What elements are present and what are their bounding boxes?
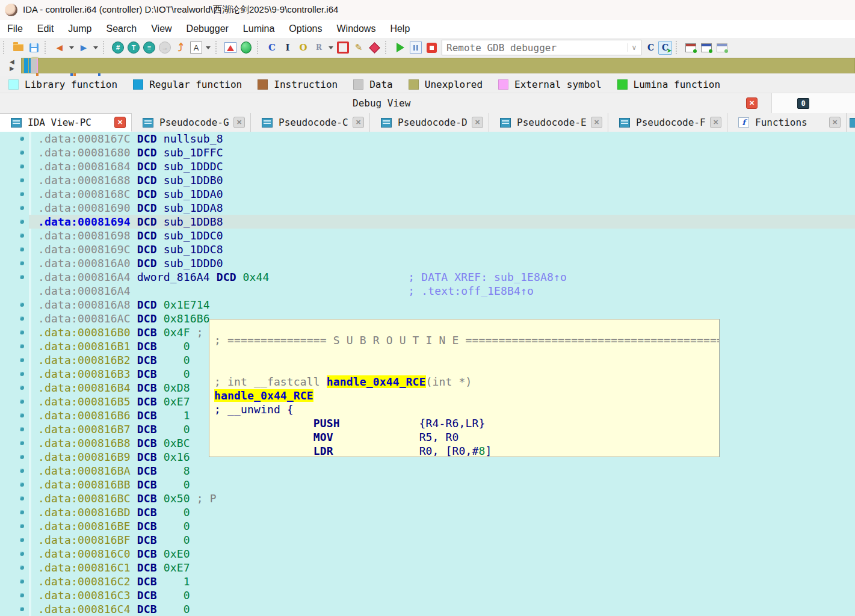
listing-line[interactable]: .data:000816C0 DCB 0xE0	[0, 547, 855, 561]
tab-debug-view[interactable]: Debug View	[353, 97, 410, 109]
listing-line[interactable]: .data:00081688 DCD sub_1DDB0	[0, 173, 855, 187]
listing-line[interactable]: .data:000816A4 dword_816A4 DCD 0x44 ; DA…	[0, 270, 855, 284]
code-text: .data:000816B0	[38, 326, 137, 339]
listing-line[interactable]: .data:000816C1 DCB 0xE7	[0, 561, 855, 574]
listing-line-current[interactable]: .data:00081694 DCD sub_1DDB8	[0, 215, 855, 229]
step-into-button[interactable]	[699, 40, 714, 55]
listing-line[interactable]: .data:00081680 DCD sub_1DFFC	[0, 146, 855, 159]
close-tab-button[interactable]: ✕	[114, 117, 126, 128]
edit-annotation-button[interactable]: ✎	[351, 40, 366, 55]
menu-lumina[interactable]: Lumina	[236, 23, 282, 34]
tab-output-window[interactable]: 0	[771, 93, 855, 113]
chevron-down-icon[interactable]: ∨	[627, 43, 641, 52]
listing-line[interactable]: .data:00081690 DCD sub_1DDA8	[0, 201, 855, 215]
close-tab-button[interactable]: ✕	[233, 117, 245, 128]
tab-pseudocode-c[interactable]: Pseudocode-C✕	[251, 113, 370, 132]
menu-file[interactable]: File	[0, 23, 30, 34]
disassembly-view-icon	[850, 118, 855, 128]
toolbar-separator	[45, 41, 49, 54]
tab-pseudocode-f[interactable]: Pseudocode-F✕	[608, 113, 727, 132]
nav-band-scroll-right[interactable]: ▶	[10, 66, 14, 72]
menu-help[interactable]: Help	[383, 23, 417, 34]
tab-label: Pseudocode-G	[159, 117, 233, 128]
legend-swatch	[617, 79, 628, 90]
produce-map-button[interactable]: O	[296, 40, 310, 55]
tab-pseudocode-e[interactable]: Pseudocode-E✕	[489, 113, 608, 132]
code-text: .data:0008167C	[38, 132, 137, 145]
nav-band-scroll-left[interactable]: ◀	[10, 59, 14, 65]
open-file-button[interactable]	[11, 40, 25, 55]
jump-by-name-button[interactable]: T	[126, 40, 141, 55]
close-tab-button[interactable]: ✕	[829, 117, 841, 128]
jump-to-address-button[interactable]: #	[111, 40, 125, 55]
listing-line[interactable]: .data:000816A4 ; .text:off_1E8B4↑o	[0, 284, 855, 298]
tab-partial[interactable]	[846, 113, 855, 132]
tab-pseudocode-g[interactable]: Pseudocode-G✕	[132, 113, 251, 132]
listing-line[interactable]: .data:000816C3 DCB 0	[0, 588, 855, 602]
legend-label: Instruction	[274, 79, 338, 90]
menu-view[interactable]: View	[144, 23, 179, 34]
back-history-dropdown[interactable]	[69, 46, 74, 49]
save-file-button[interactable]	[26, 40, 41, 55]
pause-process-button[interactable]	[409, 40, 423, 55]
jump-up-button[interactable]: ⤴	[173, 40, 188, 55]
listing-line[interactable]: .data:000816C4 DCB 0	[0, 602, 855, 616]
listing-line[interactable]: .data:000816BC DCB 0x50 ; P	[0, 491, 855, 505]
menu-windows[interactable]: Windows	[329, 23, 383, 34]
listing-line[interactable]: .data:000816BE DCB 0	[0, 519, 855, 533]
listing-line[interactable]: .data:00081698 DCD sub_1DDC0	[0, 229, 855, 242]
text-search-button[interactable]: A	[189, 40, 203, 55]
text-search-dropdown[interactable]	[206, 46, 211, 49]
navigation-band[interactable]	[21, 58, 855, 73]
menu-jump[interactable]: Jump	[61, 23, 99, 34]
navigate-back-button[interactable]: ◄	[52, 40, 67, 55]
close-tab-button[interactable]: ✕	[472, 117, 483, 128]
debugger-selector-value: Remote GDB debugger	[442, 42, 627, 54]
debugger-windows-button[interactable]	[684, 40, 698, 55]
stop-marker-button[interactable]	[367, 40, 381, 55]
listing-line[interactable]: .data:00081684 DCD sub_1DDDC	[0, 159, 855, 173]
listing-line[interactable]: .data:000816BD DCB 0	[0, 505, 855, 519]
listing-line[interactable]: .data:000816A8 DCD 0x1E714	[0, 298, 855, 312]
menu-edit[interactable]: Edit	[30, 23, 61, 34]
forward-history-dropdown[interactable]	[93, 46, 98, 49]
produce-idb-button[interactable]: I	[280, 40, 295, 55]
tooltip-line: PUSH {R4-R6,LR}	[209, 416, 719, 430]
mark-region-button[interactable]	[336, 40, 350, 55]
menu-debugger[interactable]: Debugger	[179, 23, 236, 34]
tab-pseudocode-d[interactable]: Pseudocode-D✕	[370, 113, 489, 132]
source-c-synced-button[interactable]: C➤	[658, 41, 672, 55]
listing-line[interactable]: .data:000816C2 DCB 1	[0, 574, 855, 588]
legend-item: Regular function	[133, 79, 242, 90]
listing-line[interactable]: .data:0008167C DCD nullsub_8	[0, 132, 855, 146]
menu-search[interactable]: Search	[99, 23, 144, 34]
listing-line[interactable]: .data:0008168C DCD sub_1DDA0	[0, 187, 855, 201]
tab-functions[interactable]: fFunctions✕	[727, 113, 847, 132]
source-c-icon: C	[647, 43, 654, 52]
start-process-button[interactable]	[393, 40, 407, 55]
jump-to-segment-button[interactable]: ≡	[142, 40, 156, 55]
produce-c-button[interactable]: C	[265, 40, 279, 55]
code-text: 0	[164, 340, 190, 353]
stop-process-button[interactable]	[424, 40, 439, 55]
source-c-button[interactable]: C	[644, 42, 657, 54]
close-tab-button[interactable]: ✕	[591, 117, 602, 128]
close-debug-view-button[interactable]: ✕	[746, 97, 758, 109]
breakpoint-view-button[interactable]	[223, 40, 238, 55]
snippets-button[interactable]: R	[312, 40, 326, 55]
navigate-forward-button[interactable]: ►	[76, 40, 91, 55]
menu-options[interactable]: Options	[282, 23, 329, 34]
listing-line[interactable]: .data:000816BF DCB 0	[0, 533, 855, 547]
line-bullet-icon	[20, 469, 24, 473]
listing-line[interactable]: .data:000816BB DCB 0	[0, 478, 855, 491]
step-over-button[interactable]	[715, 40, 729, 55]
snippets-dropdown[interactable]	[329, 46, 333, 49]
close-tab-button[interactable]: ✕	[710, 117, 721, 128]
close-tab-button[interactable]: ✕	[353, 117, 364, 128]
listing-line[interactable]: .data:000816A0 DCD sub_1DDD0	[0, 256, 855, 270]
listing-line[interactable]: .data:000816BA DCB 8	[0, 464, 855, 478]
jump-to-xref-button[interactable]: →	[158, 40, 172, 55]
debugger-selector[interactable]: Remote GDB debugger ∨	[442, 40, 641, 55]
tab-ida-view-pc[interactable]: IDA View-PC✕	[0, 113, 132, 132]
listing-line[interactable]: .data:0008169C DCD sub_1DDC8	[0, 242, 855, 256]
